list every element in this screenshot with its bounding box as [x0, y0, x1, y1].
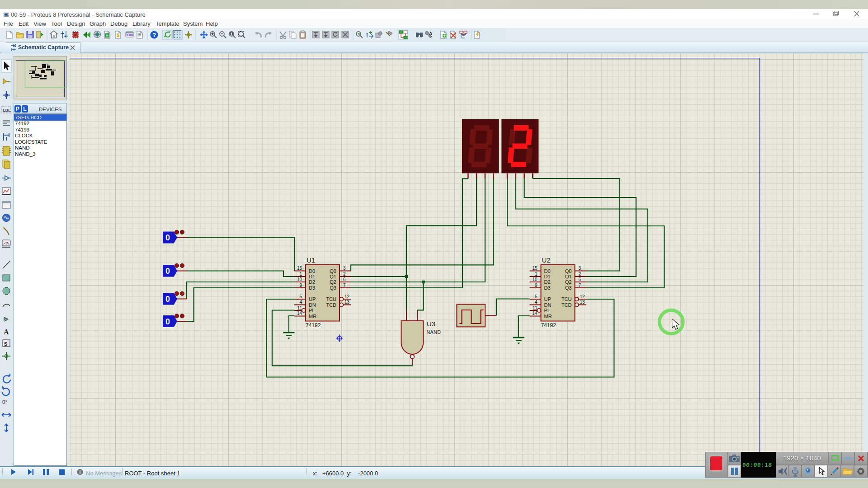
svg-text:14: 14 — [532, 311, 538, 316]
svg-text:0: 0 — [165, 267, 170, 276]
svg-text:D2: D2 — [544, 279, 551, 285]
svg-text:6: 6 — [579, 277, 581, 282]
svg-text:9: 9 — [299, 283, 302, 288]
svg-text:D1: D1 — [309, 274, 315, 279]
svg-text:13: 13 — [580, 300, 585, 305]
svg-text:MR: MR — [309, 314, 316, 319]
svg-text:?: ? — [152, 32, 156, 38]
svg-text:Q0: Q0 — [330, 268, 336, 274]
svg-text:TCD: TCD — [561, 302, 572, 308]
svg-text:S: S — [4, 341, 7, 347]
svg-text:PL: PL — [544, 308, 550, 313]
svg-text:D0: D0 — [309, 268, 315, 274]
svg-text:0: 0 — [165, 295, 170, 304]
svg-text:Q0: Q0 — [565, 268, 572, 274]
svg-text:6: 6 — [343, 277, 346, 282]
svg-text:74192: 74192 — [541, 322, 557, 328]
svg-text:9: 9 — [535, 283, 538, 288]
svg-text:D3: D3 — [309, 285, 315, 291]
svg-text:5: 5 — [535, 294, 538, 299]
svg-text:1: 1 — [299, 272, 302, 277]
svg-text:12: 12 — [580, 294, 585, 299]
svg-text:11: 11 — [533, 305, 538, 310]
svg-text:2: 2 — [579, 272, 581, 277]
svg-text:A: A — [429, 31, 432, 36]
svg-text:3: 3 — [343, 266, 346, 271]
svg-text:U3: U3 — [427, 320, 435, 328]
svg-text:11: 11 — [297, 305, 302, 310]
svg-text:UP: UP — [309, 296, 316, 302]
svg-text:i: i — [80, 470, 81, 475]
svg-text:D2: D2 — [309, 279, 315, 285]
svg-text:0°: 0° — [2, 399, 8, 405]
svg-text:10: 10 — [297, 277, 302, 282]
svg-text:0: 0 — [165, 233, 170, 242]
svg-text:U1: U1 — [307, 256, 315, 264]
svg-text:Q3: Q3 — [565, 285, 572, 291]
svg-text:D1: D1 — [544, 274, 551, 279]
svg-text:13: 13 — [344, 300, 350, 305]
svg-text:D0: D0 — [544, 268, 551, 274]
svg-text:$: $ — [117, 33, 119, 38]
svg-text:4: 4 — [299, 300, 302, 305]
svg-text:Q2: Q2 — [330, 279, 336, 285]
svg-text:TCD: TCD — [326, 302, 336, 308]
svg-text:Q1: Q1 — [565, 274, 572, 279]
svg-text:Q1: Q1 — [330, 274, 336, 279]
svg-text:LBL: LBL — [3, 108, 11, 113]
svg-text:PL: PL — [309, 308, 315, 313]
svg-text:NAND: NAND — [427, 329, 441, 335]
svg-text:D3: D3 — [544, 285, 551, 291]
svg-text:2: 2 — [343, 272, 346, 277]
svg-text:4: 4 — [535, 300, 538, 305]
svg-text:15: 15 — [532, 266, 538, 271]
svg-text:MR: MR — [544, 314, 552, 319]
svg-text:10: 10 — [532, 277, 538, 282]
svg-text:0: 0 — [165, 317, 170, 326]
svg-text:UP: UP — [544, 296, 551, 302]
svg-text:74192: 74192 — [306, 322, 321, 328]
svg-text:Q2: Q2 — [565, 279, 572, 285]
svg-text:U2: U2 — [542, 256, 551, 264]
svg-text:Q3: Q3 — [330, 285, 336, 291]
svg-text:TCU: TCU — [561, 296, 572, 302]
svg-text:7: 7 — [579, 283, 581, 288]
svg-text:1: 1 — [535, 272, 538, 277]
svg-text:14: 14 — [297, 311, 302, 316]
svg-text:3: 3 — [579, 266, 581, 271]
svg-text:DN: DN — [309, 302, 316, 308]
svg-text:DN: DN — [544, 302, 552, 308]
svg-text:A: A — [4, 328, 9, 336]
svg-text:TCU: TCU — [326, 296, 336, 302]
svg-text:12: 12 — [344, 294, 350, 299]
svg-text:5: 5 — [299, 294, 302, 299]
svg-text:7: 7 — [343, 283, 346, 288]
svg-text:15: 15 — [297, 266, 302, 271]
